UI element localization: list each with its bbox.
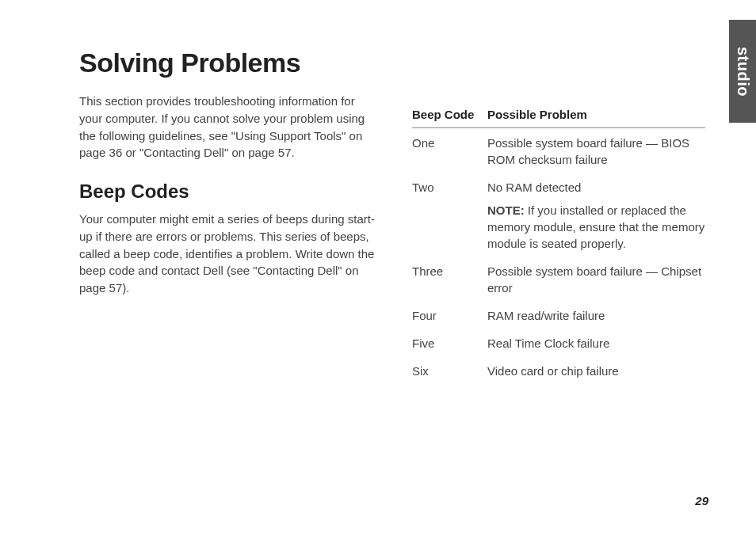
- table-header-problem: Possible Problem: [487, 103, 705, 128]
- note-label: NOTE:: [487, 203, 525, 217]
- cell-problem-text: No RAM detected: [487, 179, 705, 196]
- beep-code-table: Beep Code Possible Problem One Possible …: [412, 103, 705, 384]
- section-paragraph: Your computer might emit a series of bee…: [79, 211, 380, 297]
- intro-paragraph: This section provides troubleshooting in…: [79, 93, 380, 162]
- table-row: Four RAM read/write failure: [412, 301, 705, 329]
- section-heading: Beep Codes: [79, 181, 380, 203]
- cell-problem: Video card or chip failure: [487, 356, 705, 384]
- cell-problem: Possible system board failure — Chipset …: [487, 257, 705, 301]
- left-column: Solving Problems This section provides t…: [79, 48, 380, 384]
- table-header-row: Beep Code Possible Problem: [412, 103, 705, 128]
- right-column: Beep Code Possible Problem One Possible …: [412, 48, 705, 384]
- cell-code: Three: [412, 257, 487, 301]
- cell-problem: Real Time Clock failure: [487, 329, 705, 356]
- cell-code: One: [412, 128, 487, 173]
- table-body: One Possible system board failure — BIOS…: [412, 128, 705, 385]
- cell-problem: Possible system board failure — BIOS ROM…: [487, 128, 705, 173]
- side-tab: studio: [729, 20, 756, 123]
- page-content: Solving Problems This section provides t…: [0, 0, 756, 416]
- cell-code: Two: [412, 173, 487, 257]
- table-row: Six Video card or chip failure: [412, 356, 705, 384]
- page-title: Solving Problems: [79, 48, 380, 78]
- table-row: Two No RAM detected NOTE: If you install…: [412, 173, 705, 257]
- page-number: 29: [695, 494, 708, 507]
- table-header-code: Beep Code: [412, 103, 487, 128]
- cell-code: Six: [412, 356, 487, 384]
- table-row: Three Possible system board failure — Ch…: [412, 257, 705, 301]
- cell-note: NOTE: If you installed or replaced the m…: [487, 202, 705, 252]
- cell-problem: No RAM detected NOTE: If you installed o…: [487, 173, 705, 257]
- cell-problem: RAM read/write failure: [487, 301, 705, 329]
- side-tab-label: studio: [734, 47, 752, 97]
- table-row: Five Real Time Clock failure: [412, 329, 705, 356]
- cell-code: Five: [412, 329, 487, 356]
- table-row: One Possible system board failure — BIOS…: [412, 128, 705, 173]
- cell-code: Four: [412, 301, 487, 329]
